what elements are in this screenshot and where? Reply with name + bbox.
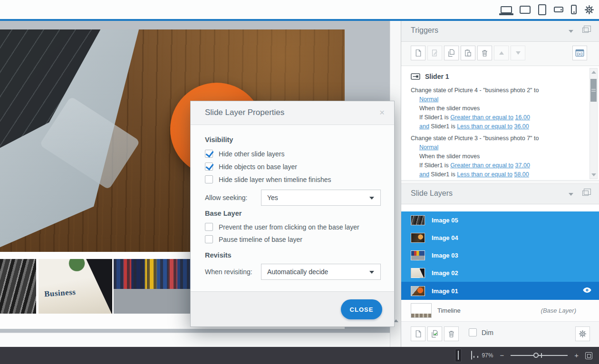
layer-label: Image 05 <box>432 217 458 224</box>
trigger-state-link[interactable]: Normal <box>419 144 438 151</box>
hide-base-objects-checkbox[interactable] <box>205 163 213 171</box>
hide-when-finished-checkbox[interactable] <box>205 175 213 183</box>
hide-base-objects-row[interactable]: Hide objects on base layer <box>205 163 297 171</box>
trigger-value-link[interactable]: 37.00 <box>515 162 530 169</box>
slide-thumbnail-crowd-bw[interactable] <box>0 259 36 314</box>
zoom-slider-track <box>511 355 568 356</box>
prevent-clicking-row[interactable]: Prevent the user from clicking on the ba… <box>205 223 359 231</box>
zoom-slider[interactable] <box>511 352 568 359</box>
triggers-chevron-down-icon[interactable] <box>569 30 573 33</box>
trigger-condition-link[interactable]: Greater than or equal to <box>450 114 513 121</box>
layers-chevron-down-icon[interactable] <box>569 193 573 196</box>
slide-view-button[interactable] <box>455 349 462 362</box>
scroll-up-arrow-icon[interactable] <box>591 71 596 74</box>
when-revisiting-dropdown[interactable]: Automatically decide <box>261 264 381 280</box>
edit-trigger-button[interactable] <box>427 46 442 60</box>
copy-trigger-button[interactable] <box>444 46 459 60</box>
canvas-horizontal-scrollbar[interactable] <box>0 333 390 347</box>
manage-variables-button[interactable]: {x} <box>572 46 587 60</box>
layer-settings-gear-button[interactable] <box>575 326 590 341</box>
preview-button[interactable] <box>468 349 475 362</box>
pause-timeline-checkbox[interactable] <box>205 235 213 243</box>
close-button[interactable]: CLOSE <box>341 299 382 319</box>
hide-when-finished-row[interactable]: Hide slide layer when timeline finishes <box>205 175 331 183</box>
trigger-item-1[interactable]: Change state of Picture 4 - "business ph… <box>411 86 580 131</box>
duplicate-layer-button[interactable] <box>427 326 442 341</box>
trigger-value-link[interactable]: 58.00 <box>514 171 529 178</box>
trigger-group-slider1[interactable]: Slider 1 <box>411 70 580 83</box>
scrollbar-thumb[interactable] <box>590 79 597 102</box>
trigger-condition-link[interactable]: Less than or equal to <box>457 123 512 130</box>
move-trigger-down-button[interactable] <box>511 46 525 60</box>
dim-checkbox[interactable] <box>469 328 477 336</box>
trigger-item-2[interactable]: Change state of Picture 3 - "business ph… <box>411 134 580 179</box>
hide-other-layers-checkbox[interactable] <box>205 150 213 158</box>
up-arrow-icon <box>499 51 504 55</box>
zoom-slider-knob[interactable] <box>533 353 539 358</box>
trigger-value-link[interactable]: 36.00 <box>514 123 529 130</box>
pause-timeline-row[interactable]: Pause timeline of base layer <box>205 235 302 243</box>
layer-thumbnail <box>411 250 425 260</box>
layer-row-image-04[interactable]: Image 04 <box>401 229 599 247</box>
revisits-section-label: Revisits <box>205 251 232 259</box>
delete-trigger-button[interactable] <box>477 46 492 60</box>
trigger-and-link[interactable]: and <box>419 123 429 130</box>
layers-panel-window-icon[interactable] <box>582 191 589 196</box>
tablet-landscape-icon[interactable] <box>520 6 531 14</box>
layer-visibility-eye-icon[interactable] <box>583 287 591 293</box>
phone-portrait-icon[interactable] <box>571 5 577 14</box>
layer-thumbnail <box>411 286 425 296</box>
trigger-if-text: If Slider1 is <box>419 162 449 169</box>
slide-thumbnail-crossing[interactable] <box>114 259 190 314</box>
new-trigger-button[interactable] <box>411 46 425 60</box>
layer-row-timeline[interactable]: Timeline (Base Layer) <box>401 300 599 322</box>
slide-layers-toolbar: Dim <box>401 322 599 345</box>
grid-view-button[interactable] <box>443 353 448 358</box>
slide-thumbnail-business[interactable]: Business <box>39 259 112 314</box>
layer-row-image-01[interactable]: Image 01 <box>401 282 599 300</box>
allow-seeking-dropdown[interactable]: Yes <box>261 190 381 206</box>
settings-gear-icon[interactable] <box>584 5 594 15</box>
phone-landscape-icon[interactable] <box>554 7 563 12</box>
base-layer-section-label: Base Layer <box>205 210 242 217</box>
prevent-clicking-checkbox[interactable] <box>205 223 213 231</box>
layer-row-image-02[interactable]: Image 02 <box>401 264 599 282</box>
when-revisiting-value: Automatically decide <box>267 268 328 276</box>
tablet-portrait-icon[interactable] <box>538 4 546 15</box>
layer-row-image-05[interactable]: Image 05 <box>401 211 599 229</box>
delete-layer-button[interactable] <box>444 326 459 341</box>
triggers-list: Slider 1 Change state of Picture 4 - "bu… <box>401 66 599 181</box>
paste-trigger-button[interactable] <box>461 46 475 60</box>
trigger-condition-link[interactable]: Less than or equal to <box>457 171 512 178</box>
triggers-panel-window-icon[interactable] <box>582 28 589 33</box>
trigger-condition-link[interactable]: Greater than or equal to <box>450 162 513 169</box>
laptop-preview-icon[interactable] <box>501 6 512 13</box>
pause-timeline-label: Pause timeline of base layer <box>219 236 302 243</box>
new-layer-button[interactable] <box>411 326 425 341</box>
trigger-and-link[interactable]: and <box>419 171 429 178</box>
dialog-close-icon[interactable]: × <box>379 107 385 118</box>
business-caption: Business <box>44 287 77 299</box>
trigger-state-link[interactable]: Normal <box>419 96 438 103</box>
triggers-panel-title: Triggers <box>411 26 438 35</box>
layer-row-image-03[interactable]: Image 03 <box>401 247 599 264</box>
layer-label: Image 01 <box>432 287 458 295</box>
zoom-in-button[interactable]: + <box>574 353 579 358</box>
dialog-footer: CLOSE <box>191 291 394 326</box>
zoom-out-button[interactable]: − <box>500 353 504 358</box>
top-toolbar <box>0 0 599 19</box>
allow-seeking-value: Yes <box>267 194 278 201</box>
hide-other-layers-row[interactable]: Hide other slide layers <box>205 150 285 158</box>
when-revisiting-label: When revisiting: <box>205 268 261 276</box>
dim-option[interactable]: Dim <box>469 328 493 336</box>
move-trigger-up-button[interactable] <box>494 46 509 60</box>
hide-when-finished-label: Hide slide layer when timeline finishes <box>219 176 331 183</box>
scroll-down-arrow-icon[interactable] <box>591 173 596 176</box>
triggers-panel-header: Triggers <box>401 21 599 42</box>
layer-thumbnail <box>411 268 425 278</box>
trigger-when: When the slider moves <box>411 104 580 113</box>
triggers-scrollbar[interactable] <box>589 68 598 179</box>
trigger-mid-text: Slider1 is <box>431 123 455 130</box>
fit-to-window-button[interactable] <box>585 352 592 359</box>
trigger-value-link[interactable]: 16.00 <box>515 114 530 121</box>
